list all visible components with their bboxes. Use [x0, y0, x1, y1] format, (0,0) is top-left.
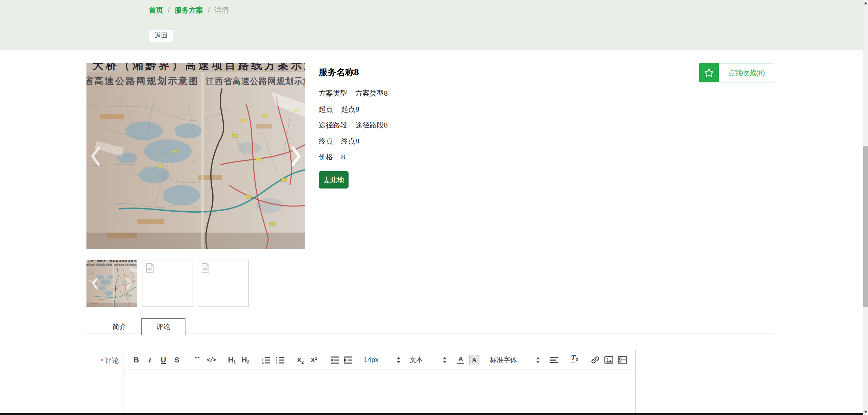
editor-toolbar: B I U S ” </> H1 H2 1 2 3	[123, 350, 635, 370]
star-icon	[699, 63, 718, 82]
breadcrumb-service-plan[interactable]: 服务方案	[175, 5, 203, 15]
detail-row: 价格 8	[319, 149, 774, 165]
breadcrumb: 首页 / 服务方案 / 详情	[149, 5, 229, 15]
thumbnail-1[interactable]	[86, 260, 137, 307]
chevron-right-icon	[125, 278, 133, 289]
detail-label: 途径路段	[319, 120, 347, 130]
svg-text:3: 3	[262, 361, 264, 364]
thumbnail-3[interactable]	[198, 260, 249, 307]
indent-button[interactable]	[343, 354, 353, 366]
comment-field-label: *评论	[86, 356, 119, 365]
link-button[interactable]	[590, 354, 600, 366]
detail-rows: 方案类型 方案类型8 起点 起点8 途径路段 途径路段8 终点 终点8 价格 8	[319, 85, 774, 165]
unordered-list-button[interactable]	[275, 354, 285, 366]
service-details: 服务名称8 点我收藏(8) 方案类型 方案类型8 起点 起点8 途径路段 途径路…	[319, 63, 774, 205]
carousel-main-image[interactable]	[86, 63, 305, 249]
background-color-icon: A	[469, 355, 479, 365]
detail-value: 起点8	[341, 104, 359, 114]
breadcrumb-home[interactable]: 首页	[149, 5, 163, 15]
scrollbar-thumb[interactable]	[863, 146, 868, 307]
code-block-button[interactable]: </>	[206, 354, 216, 366]
indent-icon	[344, 356, 353, 364]
align-icon	[549, 356, 559, 364]
updown-arrows-icon	[396, 357, 401, 363]
tab-bar: 简介 评论	[86, 318, 774, 334]
broken-image-icon	[200, 263, 211, 273]
scroll-down-icon[interactable]	[864, 411, 867, 413]
chevron-left-icon	[89, 146, 102, 167]
subscript-button[interactable]: X2	[295, 354, 305, 366]
font-size-select[interactable]: 14px	[364, 354, 401, 366]
favorite-button[interactable]: 点我收藏(8)	[699, 63, 774, 82]
bottom-edge-bar	[0, 413, 863, 415]
carousel-prev-button[interactable]	[89, 146, 102, 167]
color-bar	[457, 363, 464, 364]
updown-arrows-icon	[442, 357, 447, 363]
strikethrough-button[interactable]: S	[172, 354, 182, 366]
comment-editor-body[interactable]	[123, 370, 635, 415]
detail-row: 终点 终点8	[319, 133, 774, 149]
unordered-list-icon	[275, 356, 284, 364]
paragraph-format-select[interactable]: 文本	[410, 354, 447, 366]
map-photo	[86, 63, 305, 249]
detail-label: 价格	[319, 152, 333, 162]
font-family-select[interactable]: 标准字体	[490, 354, 540, 366]
chevron-left-icon	[91, 278, 99, 289]
image-icon	[604, 355, 613, 364]
required-mark: *	[101, 357, 103, 364]
italic-button[interactable]: I	[145, 354, 155, 366]
link-icon	[591, 355, 600, 364]
outdent-icon	[330, 356, 339, 364]
detail-value: 方案类型8	[355, 88, 388, 98]
outdent-button[interactable]	[330, 354, 340, 366]
clear-format-button[interactable]: Tx	[570, 354, 580, 366]
ordered-list-button[interactable]: 1 2 3	[261, 354, 271, 366]
thumbnail-prev-button[interactable]	[91, 278, 99, 289]
superscript-button[interactable]: X2	[309, 354, 319, 366]
video-button[interactable]	[617, 354, 628, 366]
breadcrumb-current: 详情	[215, 5, 229, 15]
scroll-up-icon[interactable]	[864, 2, 867, 4]
align-button[interactable]	[549, 354, 559, 366]
tab-comments[interactable]: 评论	[141, 318, 185, 335]
ordered-list-icon: 1 2 3	[262, 356, 271, 364]
updown-arrows-icon	[536, 357, 540, 363]
thumbnail-next-button[interactable]	[125, 278, 133, 289]
breadcrumb-separator: /	[208, 6, 210, 14]
detail-label: 方案类型	[319, 88, 347, 98]
detail-row: 途径路段 途径路段8	[319, 117, 774, 133]
back-button[interactable]: 返回	[149, 29, 173, 42]
detail-row: 起点 起点8	[319, 101, 774, 117]
service-detail-page: 首页 / 服务方案 / 详情 返回	[0, 0, 868, 415]
video-icon	[618, 355, 627, 364]
page-header: 首页 / 服务方案 / 详情 返回	[0, 0, 863, 50]
thumbnail-2[interactable]	[142, 260, 193, 307]
comment-editor: B I U S ” </> H1 H2 1 2 3	[123, 350, 636, 415]
detail-value: 途径路段8	[355, 120, 388, 130]
carousel-next-button[interactable]	[290, 146, 302, 167]
blockquote-button[interactable]: ”	[193, 354, 203, 366]
bold-button[interactable]: B	[131, 354, 141, 366]
tab-intro[interactable]: 简介	[97, 318, 141, 334]
background-color-button[interactable]: A	[469, 354, 479, 366]
page-scrollbar[interactable]	[863, 0, 868, 415]
detail-value: 终点8	[341, 136, 359, 146]
detail-value: 8	[341, 153, 345, 161]
thumbnail-strip	[86, 260, 249, 307]
heading2-button[interactable]: H2	[240, 354, 251, 366]
chevron-right-icon	[290, 146, 302, 167]
detail-label: 终点	[319, 136, 333, 146]
broken-image-icon	[145, 263, 155, 273]
go-there-button[interactable]: 去此地	[319, 171, 349, 189]
detail-row: 方案类型 方案类型8	[319, 85, 774, 101]
detail-label: 起点	[319, 104, 333, 114]
underline-button[interactable]: U	[158, 354, 169, 366]
favorite-label: 点我收藏(8)	[718, 63, 774, 82]
image-button[interactable]	[604, 354, 614, 366]
breadcrumb-separator: /	[168, 6, 170, 14]
heading1-button[interactable]: H1	[227, 354, 237, 366]
font-color-button[interactable]: A	[456, 354, 466, 366]
